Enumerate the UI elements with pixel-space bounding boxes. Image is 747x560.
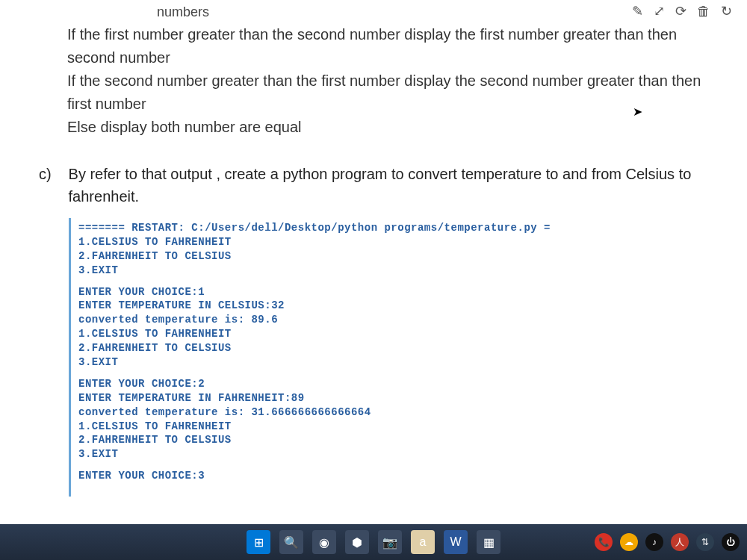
output-line: converted temperature is: 31.66666666666… [78, 405, 711, 420]
python-output: ======= RESTART: C:/Users/dell/Desktop/p… [69, 218, 717, 497]
menu-item: 2.FAHRENHEIT TO CELSIUS [78, 341, 711, 355]
choice-line: ENTER YOUR CHOICE:1 [78, 285, 711, 299]
systray-tiktok-icon[interactable]: ♪ [645, 533, 663, 551]
taskbar-start-icon[interactable]: ⊞ [247, 530, 270, 554]
partial-heading: numbers [157, 4, 209, 19]
systray-network-icon[interactable]: ⇅ [696, 533, 714, 551]
systray-meet-icon[interactable]: 📞 [595, 533, 613, 551]
input-line: ENTER TEMPERATURE IN FAHRENHEIT:89 [78, 391, 711, 405]
menu-item: 3.EXIT [78, 447, 711, 461]
menu-item: 1.CELSIUS TO FAHRENHEIT [78, 420, 711, 434]
taskbar-search-icon[interactable]: 🔍 [279, 530, 303, 554]
taskbar-app-icon[interactable]: ▦ [477, 530, 500, 554]
taskbar-amazon-icon[interactable]: a [411, 530, 435, 554]
menu-item: 2.FAHRENHEIT TO CELSIUS [78, 433, 711, 447]
trash-icon[interactable]: 🗑 [697, 4, 710, 19]
run-block: ENTER YOUR CHOICE:2 ENTER TEMPERATURE IN… [78, 377, 711, 461]
restart-line: ======= RESTART: C:/Users/dell/Desktop/p… [78, 221, 711, 235]
run-block: ENTER YOUR CHOICE:1 ENTER TEMPERATURE IN… [78, 285, 711, 370]
menu-item: 2.FAHRENHEIT TO CELSIUS [78, 249, 711, 264]
choice-line: ENTER YOUR CHOICE:3 [78, 469, 711, 483]
question-c: c) By refer to that output , create a py… [15, 163, 732, 208]
menu-item: 3.EXIT [78, 264, 711, 278]
systray-cloud-icon[interactable]: ☁ [620, 533, 638, 551]
taskbar-word-icon[interactable]: W [444, 530, 468, 554]
question-line: If the first number greater than the sec… [67, 26, 677, 66]
taskbar-camera-icon[interactable]: 📷 [378, 530, 402, 554]
part-c-text: By refer to that output , create a pytho… [69, 163, 732, 208]
systray-power-icon[interactable]: ⏻ [722, 533, 740, 551]
question-line: If the second number greater than the fi… [67, 72, 701, 112]
taskbar-dropbox-icon[interactable]: ⬢ [345, 530, 369, 554]
refresh-icon[interactable]: ⟳ [675, 3, 686, 19]
menu-item: 1.CELSIUS TO FAHRENHEIT [78, 235, 711, 249]
menu-item: 1.CELSIUS TO FAHRENHEIT [78, 327, 711, 341]
taskbar-chrome-icon[interactable]: ◉ [312, 530, 336, 554]
output-line: converted temperature is: 89.6 [78, 313, 711, 327]
edit-icon[interactable]: ✎ [632, 3, 643, 19]
part-label: c) [39, 163, 64, 185]
zoom-icon[interactable]: ⤢ [654, 3, 665, 19]
menu-block: 1.CELSIUS TO FAHRENHEIT 2.FAHRENHEIT TO … [78, 235, 711, 278]
input-line: ENTER TEMPERATURE IN CELSIUS:32 [78, 299, 711, 313]
choice-line: ENTER YOUR CHOICE:2 [78, 377, 711, 391]
page-toolbar: ✎ ⤢ ⟳ 🗑 ↻ [632, 3, 732, 19]
windows-taskbar[interactable]: ⊞🔍◉⬢📷aW▦ 📞☁♪人⇅⏻ [0, 524, 747, 560]
menu-item: 3.EXIT [78, 355, 711, 370]
question-body: numbers If the first number greater than… [15, 0, 732, 145]
question-line: Else display both number are equal [67, 119, 302, 135]
reload-icon[interactable]: ↻ [721, 3, 732, 19]
mouse-cursor-icon: ➤ [633, 105, 642, 119]
run-block: ENTER YOUR CHOICE:3 [78, 469, 711, 483]
systray-person-icon[interactable]: 人 [671, 533, 689, 551]
document-page: ✎ ⤢ ⟳ 🗑 ↻ numbers If the first number gr… [0, 0, 747, 524]
